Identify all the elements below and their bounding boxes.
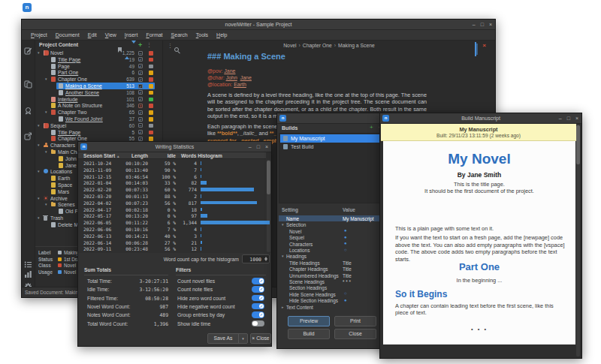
expand-arrow-icon[interactable]: ▾	[45, 110, 47, 114]
setting-row[interactable]: ▾Headings	[279, 253, 394, 259]
list-icon[interactable]	[24, 258, 33, 267]
tree-row[interactable]: Interlude101✓	[35, 96, 162, 103]
menu-document[interactable]: Document	[56, 32, 80, 38]
menu-edit[interactable]: Edit	[88, 32, 97, 38]
build-list-item[interactable]: Test Build	[280, 143, 392, 151]
session-row[interactable]: 2022-01-0400:14:0333 %82	[78, 179, 266, 186]
include-checkbox[interactable]: ✓	[138, 84, 143, 89]
filter-toggle[interactable]: ✓	[252, 303, 264, 310]
menu-insert[interactable]: Insert	[125, 32, 138, 38]
filter-toggle[interactable]: ✓	[252, 311, 264, 318]
expand-arrow-icon[interactable]: ▾	[282, 254, 284, 258]
col-session-start[interactable]: Session Start	[83, 153, 115, 158]
stats-titlebar[interactable]: n Writing Statistics – □ ×	[78, 142, 271, 152]
tree-row[interactable]: Making a Scene513✓	[35, 83, 162, 89]
expand-arrow-icon[interactable]: ▾	[38, 143, 40, 147]
tag-reference[interactable]: John	[226, 75, 237, 80]
tree-row[interactable]: Another Scene108✓	[35, 89, 162, 96]
selected-dot-icon[interactable]: ●	[344, 228, 347, 233]
editor-maximize-icon[interactable]	[475, 43, 476, 56]
editor-close-icon[interactable]: ×	[482, 43, 486, 49]
tree-row[interactable]: Part One6✓	[35, 69, 162, 76]
include-checkbox[interactable]: ✓	[138, 90, 143, 95]
filter-toggle[interactable]: ✓	[252, 295, 264, 302]
filter-toggle[interactable]: ✓	[252, 286, 264, 293]
session-row[interactable]: 2022-03-2000:01:1388 %2	[78, 193, 266, 200]
expand-arrow-icon[interactable]: ▾	[38, 123, 40, 128]
histogram-cap-spinner[interactable]: 1000	[242, 254, 270, 263]
tree-row[interactable]: Title Page19✓	[35, 56, 162, 63]
minimize-icon[interactable]: –	[249, 143, 252, 151]
session-row[interactable]: 2022-04-0200:07:2356 %817	[78, 200, 266, 206]
tree-row[interactable]: ▾Novel1,225–	[35, 50, 162, 56]
include-checkbox[interactable]: ✓	[138, 110, 143, 115]
maximize-icon[interactable]: □	[481, 20, 484, 29]
include-checkbox[interactable]: –	[138, 51, 143, 56]
expand-arrow-icon[interactable]: ▾	[38, 196, 40, 200]
include-checkbox[interactable]: ✓	[138, 57, 143, 62]
sessions-table[interactable]: Session Start ▴ Length Idle Words Histog…	[78, 152, 271, 253]
expand-arrow-icon[interactable]: ▾	[45, 77, 47, 81]
maximize-icon[interactable]: □	[257, 143, 260, 151]
menu-view[interactable]: View	[105, 32, 116, 38]
selected-dot-icon[interactable]: ●	[344, 298, 347, 302]
preview-titlebar[interactable]: n Build Manuscript – □ ×	[380, 113, 581, 124]
add-build-icon[interactable]: +	[370, 124, 373, 131]
close-icon[interactable]: ×	[489, 20, 492, 29]
setting-row[interactable]: Title HeadingsTitle	[279, 260, 394, 266]
session-row[interactable]: 2022-06-1300:14:2140 %3	[78, 233, 266, 239]
menu-tools[interactable]: Tools	[196, 32, 208, 38]
setting-row[interactable]: Novel●	[279, 228, 394, 234]
build-list-item[interactable]: My Manuscript	[280, 134, 392, 143]
setting-row[interactable]: Unnumbered HeadingsTitle	[279, 272, 394, 278]
minimize-icon[interactable]: –	[473, 20, 476, 29]
print-button[interactable]: Print	[334, 316, 376, 326]
documents-icon[interactable]	[24, 78, 33, 87]
rosette-icon[interactable]	[24, 104, 33, 113]
session-row[interactable]: 2021-11-0900:13:4090 %7	[78, 167, 266, 173]
main-titlebar[interactable]: novelWriter - Sample Project – □ ×	[22, 20, 495, 30]
breadcrumb-scene[interactable]: Making a Scene	[338, 43, 375, 48]
setting-row[interactable]: ▸Text Content	[279, 304, 394, 310]
minimize-icon[interactable]: –	[559, 114, 562, 122]
expand-arrow-icon[interactable]: ▾	[45, 202, 47, 206]
expand-arrow-icon[interactable]: ▾	[282, 222, 284, 227]
preview-scrollbar[interactable]	[576, 125, 580, 356]
tag-reference[interactable]: Earth	[234, 82, 246, 87]
include-checkbox[interactable]: ×	[138, 104, 143, 108]
selected-dot-icon[interactable]: ●	[344, 235, 347, 239]
session-row[interactable]: 2022-02-2000:07:3360 %774	[78, 186, 266, 193]
preview-scrollbar-thumb[interactable]	[576, 125, 580, 164]
expand-arrow-icon[interactable]: ▾	[38, 169, 40, 173]
close-icon[interactable]: ×	[575, 114, 578, 122]
col-length[interactable]: Length	[119, 153, 148, 158]
add-item-icon[interactable]: +	[138, 42, 142, 48]
filter-toggle[interactable]: ✓	[252, 278, 264, 284]
session-row[interactable]: 2022-04-1700:02:180 %18	[78, 206, 266, 213]
tree-row[interactable]: ▾Chapter Two65✓	[35, 109, 162, 116]
menu-search[interactable]: Search	[171, 32, 188, 38]
menu-format[interactable]: Format	[146, 32, 162, 38]
tree-row[interactable]: ▾Chapter One639✓	[35, 76, 162, 83]
setting-row[interactable]: Chapter HeadingsTitle	[279, 266, 394, 272]
filter-toggle[interactable]	[252, 320, 264, 327]
setting-row[interactable]: Section Headings	[279, 284, 394, 290]
menu-project[interactable]: Project	[31, 32, 47, 38]
breadcrumb-novel[interactable]: Novel	[283, 43, 296, 48]
session-row[interactable]: 2022-06-1400:06:2827 %21	[78, 239, 266, 246]
session-row[interactable]: 2021-12-1503:46:54100 %6	[78, 173, 266, 180]
session-row[interactable]: 2022-09-1100:23:4856 %12	[78, 245, 266, 252]
setting-row[interactable]: Sequel●	[279, 234, 394, 240]
expand-arrow-icon[interactable]: ▾	[45, 149, 47, 154]
include-checkbox[interactable]: ✓	[138, 97, 143, 101]
setting-row[interactable]: Locations○	[279, 247, 394, 253]
col-idle[interactable]: Idle	[152, 153, 176, 158]
edit-icon[interactable]	[24, 44, 33, 53]
breadcrumb-chapter[interactable]: Chapter One	[303, 43, 332, 48]
setting-row[interactable]: Hide Section Headings●	[279, 297, 394, 303]
build-button[interactable]: Build	[288, 329, 330, 339]
tree-row[interactable]: Title Page5✓	[35, 129, 162, 136]
save-as-button[interactable]: Save As ▾	[207, 333, 248, 344]
tree-row[interactable]: Page49✓	[35, 63, 162, 70]
setting-row[interactable]: Characters●	[279, 241, 394, 247]
